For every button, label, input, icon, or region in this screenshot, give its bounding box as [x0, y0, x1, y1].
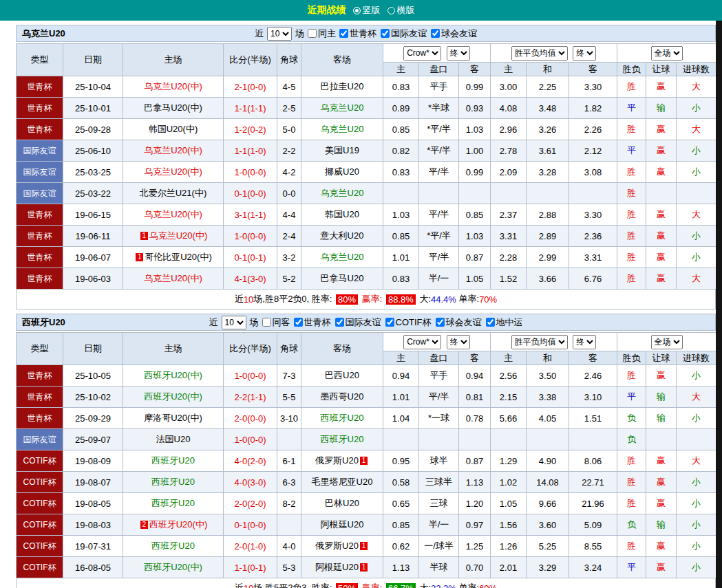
away-team-cell[interactable]: 乌克兰U20 [301, 98, 383, 119]
score-cell[interactable]: 1-1(1-1) [224, 98, 277, 119]
home-team-cell[interactable]: 巴拿马U20(中) [123, 98, 224, 119]
wdl-mean-select[interactable]: 胜平负均值 [511, 335, 568, 349]
league-filter[interactable]: 球会友谊 [431, 28, 477, 40]
home-team-cell[interactable]: 法国U20 [123, 429, 224, 450]
away-team-cell[interactable]: 巴拉圭U20 [301, 76, 383, 98]
away-team-cell[interactable]: 意大利U20 [301, 226, 383, 247]
layout-option-horizontal[interactable]: 横版 [387, 4, 415, 17]
same-venue-checkbox[interactable] [262, 318, 271, 327]
score-cell[interactable]: 0-1(0-0) [224, 183, 277, 204]
score-cell[interactable]: 0-1(0-0) [224, 514, 277, 536]
home-team-cell[interactable]: 2西班牙U20(中) [123, 514, 224, 536]
away-team-cell[interactable]: 西班牙U20 [301, 408, 383, 429]
home-team-cell[interactable]: 乌克兰U20(中) [123, 204, 224, 226]
away-team-cell[interactable]: 韩国U20 [301, 204, 383, 226]
same-venue-filter[interactable]: 同客 [262, 316, 290, 329]
horizontal-layout-radio[interactable] [387, 7, 395, 14]
league-checkbox[interactable] [381, 29, 390, 38]
score-cell[interactable]: 4-0(2-0) [224, 450, 277, 472]
recent-count-select[interactable]: 10 [222, 316, 246, 329]
score-cell[interactable]: 3-1(1-1) [224, 204, 277, 226]
score-cell[interactable]: 1-0(0-0) [224, 365, 277, 386]
score-cell[interactable]: 2-0(2-0) [224, 493, 277, 514]
home-team-cell[interactable]: 西班牙U20(中) [123, 386, 224, 408]
score-cell[interactable]: 1-0(0-0) [224, 162, 277, 183]
scope-select[interactable]: 全场 [651, 335, 683, 349]
away-team-cell[interactable]: 墨西哥U20 [301, 386, 383, 408]
away-team-cell[interactable]: 乌克兰U20 [301, 119, 383, 140]
league-checkbox[interactable] [335, 318, 344, 327]
date-cell: 25-09-28 [63, 119, 123, 140]
final-odds-select[interactable]: 终 [573, 46, 596, 61]
league-checkbox[interactable] [486, 318, 495, 327]
recent-count-select[interactable]: 10 [267, 27, 292, 41]
home-team-cell[interactable]: 西班牙U20 [123, 472, 224, 493]
home-team-cell[interactable]: 西班牙U20 [123, 450, 224, 472]
league-filter[interactable]: COTIF杯 [385, 316, 432, 329]
score-cell[interactable]: 2-1(0-0) [224, 76, 277, 98]
competition-badge: COTIF杯 [17, 514, 63, 536]
score-cell[interactable]: 2-2(1-1) [224, 386, 277, 408]
home-team-cell[interactable]: 乌克兰U20(中) [123, 140, 224, 162]
home-team-cell[interactable]: 乌克兰U20(中) [123, 76, 224, 98]
league-filter[interactable]: 球会友谊 [436, 316, 482, 329]
away-team-cell[interactable]: 阿根廷U20 [301, 514, 383, 536]
away-team-cell[interactable]: 巴拿马U20 [301, 268, 383, 290]
home-team-cell[interactable]: 西班牙U20(中) [123, 557, 224, 578]
away-team-cell[interactable]: 毛里塔尼亚U20 [301, 472, 383, 493]
final-odds-select[interactable]: 终 [447, 46, 470, 61]
league-checkbox[interactable] [339, 29, 348, 38]
score-cell[interactable]: 1-0(0-0) [224, 226, 277, 247]
same-venue-filter[interactable]: 同主 [308, 28, 336, 40]
league-filter[interactable]: 地中运 [486, 316, 523, 329]
score-cell[interactable]: 2-0(0-0) [224, 408, 277, 429]
home-team-cell[interactable]: 北爱尔兰U21(中) [123, 183, 224, 204]
score-cell[interactable]: 1-2(0-2) [224, 119, 277, 140]
home-team-cell[interactable]: 西班牙U20 [123, 536, 224, 557]
league-filter[interactable]: 世青杯 [294, 316, 331, 329]
score-cell[interactable]: 4-0(3-0) [224, 472, 277, 493]
odds-source-select[interactable]: Crow* [403, 335, 441, 349]
final-odds-select[interactable]: 终 [573, 335, 596, 349]
score-cell[interactable]: 1-1(1-0) [224, 140, 277, 162]
league-filter[interactable]: 世青杯 [339, 28, 376, 40]
asia-odds-cell: 1.13 [383, 557, 419, 578]
away-team-cell[interactable]: 俄罗斯U201 [301, 536, 383, 557]
away-team-cell[interactable]: 美国U19 [301, 140, 383, 162]
same-venue-checkbox[interactable] [308, 29, 317, 38]
home-team-cell[interactable]: 乌克兰U20(中) [123, 162, 224, 183]
asia-odds-cell: 0.85 [383, 226, 419, 247]
home-team-cell[interactable]: 1乌克兰U20(中) [123, 226, 224, 247]
away-team-cell[interactable]: 巴林U20 [301, 493, 383, 514]
final-odds-select[interactable]: 终 [447, 335, 470, 349]
home-team-cell[interactable]: 西班牙U20 [123, 493, 224, 514]
scope-select[interactable]: 全场 [651, 46, 683, 61]
home-team-cell[interactable]: 摩洛哥U20(中) [123, 408, 224, 429]
home-team-cell[interactable]: 西班牙U20(中) [123, 365, 224, 386]
league-filter[interactable]: 国际友谊 [381, 28, 427, 40]
away-team-cell[interactable]: 西班牙U20 [301, 429, 383, 450]
score-cell[interactable]: 1-1(0-1) [224, 557, 277, 578]
league-checkbox[interactable] [436, 318, 445, 327]
score-cell[interactable]: 1-0(0-0) [224, 429, 277, 450]
away-team-cell[interactable]: 阿根廷U201 [301, 557, 383, 578]
away-team-cell[interactable]: 巴西U20 [301, 365, 383, 386]
league-checkbox[interactable] [431, 29, 440, 38]
away-team-cell[interactable]: 乌克兰U20 [301, 247, 383, 268]
layout-option-vertical[interactable]: 竖版 [353, 4, 381, 17]
away-team-cell[interactable]: 俄罗斯U201 [301, 450, 383, 472]
score-cell[interactable]: 4-1(3-0) [224, 268, 277, 290]
home-team-cell[interactable]: 乌克兰U20(中) [123, 268, 224, 290]
league-checkbox[interactable] [294, 318, 303, 327]
home-team-cell[interactable]: 1哥伦比亚U20(中) [123, 247, 224, 268]
league-checkbox[interactable] [385, 318, 394, 327]
score-cell[interactable]: 2-0(1-0) [224, 536, 277, 557]
odds-source-select[interactable]: Crow* [403, 46, 441, 61]
league-filter[interactable]: 国际友谊 [335, 316, 381, 329]
vertical-layout-radio[interactable] [353, 7, 361, 14]
away-team-cell[interactable]: 乌克兰U20 [301, 183, 383, 204]
wdl-mean-select[interactable]: 胜平负均值 [511, 46, 568, 61]
away-team-cell[interactable]: 挪威U20 [301, 162, 383, 183]
score-cell[interactable]: 0-1(0-1) [224, 247, 277, 268]
home-team-cell[interactable]: 韩国U20(中) [123, 119, 224, 140]
